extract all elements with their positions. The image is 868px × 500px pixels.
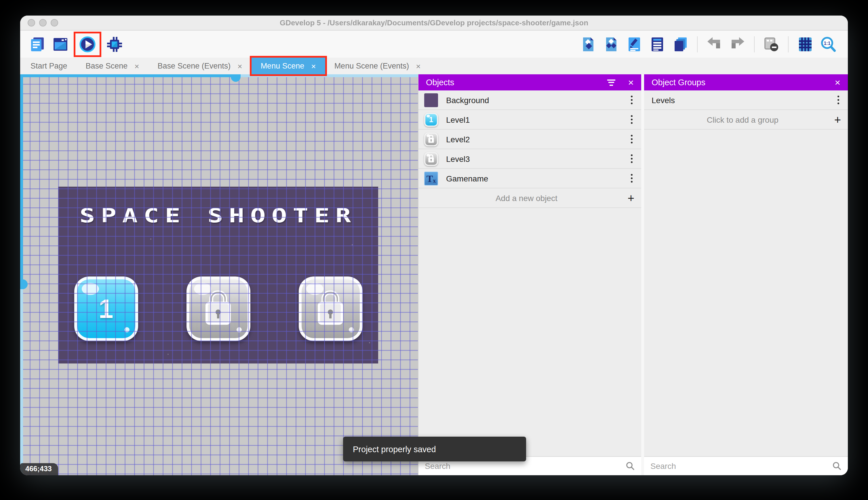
close-tab-icon[interactable]: × — [134, 62, 139, 70]
close-tab-icon[interactable]: × — [237, 62, 242, 70]
tab-base-scene-events[interactable]: Base Scene (Events) × — [149, 58, 251, 74]
svg-text:1:1: 1:1 — [824, 41, 830, 46]
text-object-thumbnail: Tx — [424, 171, 438, 185]
toast-message: Project properly saved — [353, 444, 436, 454]
filter-icon[interactable] — [607, 79, 615, 86]
panel-divider — [641, 74, 644, 475]
grid-icon[interactable] — [796, 34, 815, 54]
tab-bar: Start Page Base Scene × Base Scene (Even… — [20, 58, 848, 74]
kebab-menu-icon[interactable] — [628, 93, 635, 107]
kebab-menu-icon[interactable] — [628, 152, 635, 166]
gdevelop-window: GDevelop 5 - /Users/dkarakay/Documents/G… — [20, 15, 848, 475]
add-group-row[interactable]: Click to add a group + — [644, 110, 848, 129]
scene-editor-icon[interactable] — [51, 34, 70, 54]
lock-icon — [204, 290, 232, 326]
tab-base-scene[interactable]: Base Scene × — [77, 58, 149, 74]
object-groups-panel: Object Groups × Levels Click to add a gr… — [644, 74, 848, 475]
objects-search-input[interactable] — [425, 462, 626, 470]
debug-icon[interactable] — [105, 34, 124, 54]
lock-icon — [317, 290, 344, 326]
close-icon[interactable]: × — [628, 78, 634, 87]
level3-button-locked[interactable] — [298, 276, 362, 341]
cursor-coordinates-badge: 466;433 — [20, 463, 58, 475]
plus-icon: + — [834, 114, 841, 125]
play-annotation-box — [74, 31, 101, 57]
h-scroll-thumb[interactable] — [231, 74, 241, 82]
toolbar-separator — [754, 36, 754, 52]
toolbar-separator — [788, 36, 788, 52]
objects-panel-empty-space — [419, 208, 641, 456]
game-title-text[interactable]: SPACE SHOOTER — [39, 204, 397, 227]
instances-list-icon[interactable] — [647, 34, 667, 54]
search-icon — [832, 462, 842, 470]
screenshot-stage: GDevelop 5 - /Users/dkarakay/Documents/G… — [0, 0, 868, 500]
zoom-1-1-icon[interactable]: 1:1 — [819, 34, 838, 54]
scene-preview: SPACE SHOOTER 1 — [58, 186, 378, 363]
kebab-menu-icon[interactable] — [628, 133, 635, 146]
level1-button[interactable]: 1 — [74, 276, 138, 341]
properties-icon[interactable] — [624, 34, 644, 54]
level-buttons-row: 1 — [58, 276, 378, 341]
objects-panel-title: Objects — [426, 78, 607, 87]
object-row-level2[interactable]: Level2 — [419, 129, 641, 149]
horizontal-scrollbar[interactable] — [20, 74, 418, 77]
window-title: GDevelop 5 - /Users/dkarakay/Documents/G… — [20, 15, 848, 30]
groups-panel-header: Object Groups × — [644, 74, 848, 90]
save-toast: Project properly saved — [343, 436, 526, 462]
groups-search-input[interactable] — [650, 462, 832, 470]
object-groups-panel-icon[interactable] — [601, 34, 621, 54]
tab-start-page[interactable]: Start Page — [21, 58, 77, 74]
groups-search-row — [644, 456, 848, 475]
kebab-menu-icon[interactable] — [628, 172, 635, 185]
tab-menu-scene-events[interactable]: Menu Scene (Events) × — [325, 58, 430, 74]
close-icon[interactable]: × — [835, 78, 840, 87]
lock-icon — [428, 154, 435, 163]
toolbar-separator — [697, 36, 697, 52]
toolbar: 1:1 — [20, 31, 848, 58]
layers-icon[interactable] — [671, 34, 690, 54]
scene-editor-canvas[interactable]: SPACE SHOOTER 1 — [20, 74, 418, 475]
project-manager-icon[interactable] — [28, 34, 47, 54]
objects-panel-header: Objects × — [419, 74, 641, 90]
window-mask-icon[interactable] — [762, 34, 781, 54]
objects-panel-icon[interactable] — [578, 34, 598, 54]
close-tab-icon[interactable]: × — [416, 62, 421, 70]
tab-menu-scene[interactable]: Menu Scene × — [251, 58, 325, 74]
object-row-gamename[interactable]: Tx Gamename — [419, 169, 641, 189]
background-thumbnail — [424, 93, 438, 107]
group-row-levels[interactable]: Levels — [644, 90, 848, 110]
vertical-scrollbar[interactable] — [20, 74, 23, 475]
kebab-menu-icon[interactable] — [834, 93, 842, 107]
lock-icon — [428, 135, 435, 143]
level1-thumbnail: 1 — [424, 113, 438, 126]
level2-button-locked[interactable] — [186, 276, 250, 341]
redo-icon[interactable] — [728, 34, 747, 54]
kebab-menu-icon[interactable] — [628, 113, 635, 126]
add-object-row[interactable]: Add a new object + — [419, 189, 641, 208]
groups-panel-title: Object Groups — [652, 78, 835, 87]
level2-thumbnail — [424, 132, 438, 146]
v-scroll-thumb[interactable] — [20, 280, 28, 289]
toolbar-left — [26, 31, 126, 57]
undo-icon[interactable] — [705, 34, 724, 54]
object-row-level1[interactable]: 1 Level1 — [419, 110, 641, 129]
search-icon — [626, 462, 635, 470]
main-area: SPACE SHOOTER 1 — [20, 74, 848, 475]
close-tab-icon[interactable]: × — [311, 62, 316, 70]
groups-panel-empty-space — [644, 129, 848, 456]
objects-panel: Objects × Background 1 Level1 — [418, 74, 641, 475]
plus-icon: + — [628, 192, 634, 204]
titlebar: GDevelop 5 - /Users/dkarakay/Documents/G… — [20, 15, 848, 31]
object-row-level3[interactable]: Level3 — [419, 149, 641, 169]
toolbar-right: 1:1 — [577, 34, 840, 54]
play-icon[interactable] — [78, 34, 97, 54]
level3-thumbnail — [424, 152, 438, 166]
object-row-background[interactable]: Background — [419, 90, 641, 110]
